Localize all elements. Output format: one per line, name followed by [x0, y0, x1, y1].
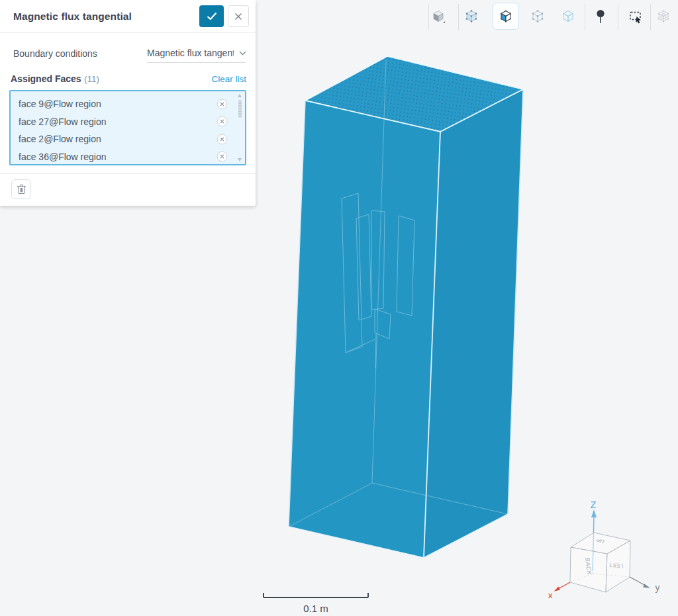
- select-volumes-cube-icon: [463, 9, 479, 24]
- axis-z-label: Z: [591, 500, 597, 510]
- select-faces-cube-icon: [498, 9, 514, 24]
- render-mode-cube-icon: [430, 9, 446, 24]
- axis-y: y: [630, 577, 660, 593]
- face-list-item: face 27@Flow region: [11, 113, 245, 131]
- render-mode-button[interactable]: [429, 3, 448, 30]
- clear-list-link[interactable]: Clear list: [211, 74, 246, 84]
- toolbar-divider: [585, 4, 585, 30]
- remove-face-button[interactable]: [217, 134, 228, 145]
- select-edges-button[interactable]: [528, 3, 547, 30]
- mesh-cube-icon: [655, 9, 671, 24]
- face-list-scrollbar[interactable]: [236, 93, 243, 162]
- panel-header: Magnetic flux tangential: [0, 0, 256, 33]
- scroll-up-icon[interactable]: [238, 94, 242, 97]
- face-list-item: face 9@Flow region: [11, 95, 245, 113]
- close-icon: [234, 13, 242, 21]
- axis-x: x: [548, 582, 570, 600]
- delete-button[interactable]: [11, 179, 31, 199]
- boundary-condition-panel: Magnetic flux tangential Boundary condit…: [0, 0, 256, 206]
- face-item-label: face 36@Flow region: [19, 152, 107, 162]
- model-face-left[interactable]: [289, 101, 440, 558]
- face-list-item: face 2@Flow region: [11, 130, 245, 148]
- mesh-view-button[interactable]: [654, 3, 673, 30]
- select-volumes-button[interactable]: [462, 3, 481, 30]
- scale-bar: 0.1 m: [264, 593, 368, 614]
- assigned-faces-heading: Assigned Faces (11): [11, 73, 99, 85]
- panel-footer: [0, 173, 256, 206]
- scrollbar-thumb[interactable]: [238, 100, 242, 118]
- face-item-label: face 2@Flow region: [19, 134, 101, 144]
- assigned-faces-list[interactable]: face 9@Flow region face 27@Flow region f…: [9, 90, 246, 165]
- select-edges-cube-icon: [530, 9, 546, 24]
- close-button[interactable]: [228, 5, 249, 27]
- assigned-faces-label: Assigned Faces: [11, 73, 81, 84]
- check-icon: [207, 12, 217, 21]
- wireframe-cube-icon: [560, 9, 576, 24]
- orientation-cube[interactable]: Z BACK LEFT UP x y: [548, 500, 660, 600]
- probe-point-icon: [593, 9, 608, 24]
- select-faces-button[interactable]: [493, 3, 519, 30]
- panel-title: Magnetic flux tangential: [13, 11, 132, 22]
- remove-face-button[interactable]: [217, 99, 228, 110]
- scroll-down-icon[interactable]: [238, 158, 242, 161]
- toolbar-divider: [650, 4, 651, 30]
- face-item-label: face 27@Flow region: [19, 116, 107, 127]
- flow-region-model[interactable]: [289, 56, 523, 558]
- boundary-condition-dropdown[interactable]: Magnetic flux tangential: [147, 46, 246, 63]
- box-select-button[interactable]: [626, 3, 645, 30]
- toolbar-divider: [458, 4, 459, 30]
- remove-face-button[interactable]: [217, 151, 228, 162]
- axis-y-label: y: [655, 582, 660, 593]
- boundary-conditions-label: Boundary conditions: [13, 46, 97, 59]
- scale-bar-label: 0.1 m: [303, 603, 328, 614]
- toolbar-divider: [618, 4, 618, 30]
- chevron-down-icon: [239, 51, 246, 56]
- trash-icon: [17, 184, 26, 195]
- apply-button[interactable]: [199, 5, 224, 27]
- dropdown-value: Magnetic flux tangential: [147, 48, 234, 58]
- axis-x-label: x: [548, 590, 553, 600]
- wireframe-button[interactable]: [559, 3, 577, 30]
- box-select-icon: [628, 9, 644, 24]
- assigned-faces-count: (11): [84, 74, 99, 84]
- face-item-label: face 9@Flow region: [19, 99, 101, 109]
- face-list-item: face 36@Flow region: [11, 148, 245, 166]
- probe-point-button[interactable]: [591, 3, 610, 30]
- remove-face-button[interactable]: [217, 116, 228, 127]
